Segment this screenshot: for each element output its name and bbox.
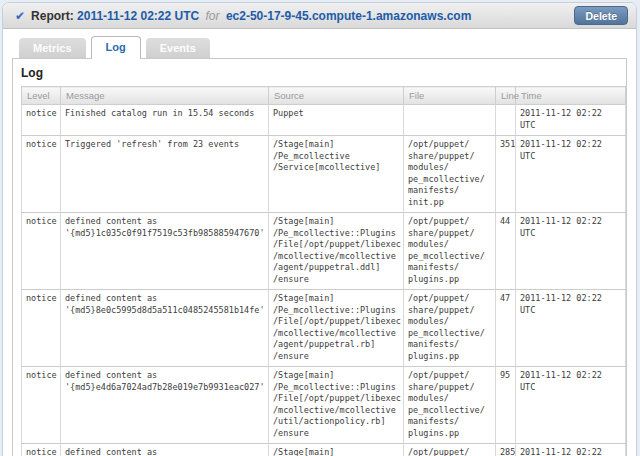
cell-level: notice [22,444,61,456]
tab-metrics[interactable]: Metrics [19,38,86,58]
cell-time: 2011-11-12 02:22 UTC [516,213,626,290]
cell-source: /Stage[main] /Pe_mcollective /Service[mc… [269,136,404,213]
cell-file: /opt/puppet/ share/puppet/ modules/ pe_m… [404,367,496,444]
column-header-time: Time [516,87,626,105]
cell-line: 351 [496,136,516,213]
cell-message: defined content as '{md5}e4d6a7024ad7b28… [61,367,269,444]
cell-message: Triggered 'refresh' from 23 events [61,136,269,213]
cell-time: 2011-11-12 02:22 UTC [516,444,626,456]
cell-line: 47 [496,290,516,367]
cell-message: defined content as '{md5}8e0c5995d8d5a51… [61,290,269,367]
cell-level: notice [22,136,61,213]
cell-source: /Stage[main] /Pe_mcollective::Plugins /F… [269,290,404,367]
checkmark-icon: ✔ [15,9,25,23]
cell-level: notice [22,213,61,290]
report-window: ✔ Report: 2011-11-12 02:22 UTC for ec2-5… [2,2,637,456]
column-header-level: Level [22,87,61,105]
cell-message: defined content as '{md5}1c035c0f91f7519… [61,213,269,290]
column-header-line: Line [496,87,516,105]
table-row: noticedefined content as '{md5}3ea89e644… [22,444,626,456]
cell-source: /Stage[main] /Pe_mcollective::Plugins /F… [269,367,404,444]
cell-file: /opt/puppet/ share/puppet/ modules/ pe_m… [404,136,496,213]
table-row: noticedefined content as '{md5}e4d6a7024… [22,367,626,444]
column-header-message: Message [61,87,269,105]
table-row: noticeTriggered 'refresh' from 23 events… [22,136,626,213]
report-time: 2011-11-12 02:22 UTC [77,9,199,23]
node-name: ec2-50-17-9-45.compute-1.amazonaws.com [226,9,471,23]
column-header-source: Source [269,87,404,105]
cell-file [404,105,496,136]
cell-time: 2011-11-12 02:22 UTC [516,290,626,367]
cell-time: 2011-11-12 02:22 UTC [516,136,626,213]
tab-bar: MetricsLogEvents [3,29,636,58]
cell-time: 2011-11-12 02:22 UTC [516,367,626,444]
cell-file: /opt/puppet/ share/puppet/ modules/ pe_m… [404,290,496,367]
cell-source: /Stage[main] /Pe_mcollective /File[mcoll… [269,444,404,456]
log-table: LevelMessageSourceFileLineTime noticeFin… [21,86,626,456]
tab-events[interactable]: Events [146,38,210,58]
column-header-file: File [404,87,496,105]
log-heading: Log [21,66,618,80]
table-row: noticedefined content as '{md5}1c035c0f9… [22,213,626,290]
cell-source: /Stage[main] /Pe_mcollective::Plugins /F… [269,213,404,290]
cell-message: defined content as '{md5}3ea89e64426e81a… [61,444,269,456]
delete-button[interactable]: Delete [574,6,628,25]
cell-level: notice [22,290,61,367]
log-table-body: noticeFinished catalog run in 15.54 seco… [22,105,626,456]
table-row: noticedefined content as '{md5}8e0c5995d… [22,290,626,367]
cell-level: notice [22,367,61,444]
cell-line: 95 [496,367,516,444]
tab-log[interactable]: Log [91,36,141,59]
cell-source: Puppet [269,105,404,136]
cell-line [496,105,516,136]
cell-time: 2011-11-12 02:22 UTC [516,105,626,136]
for-label: for [203,9,223,23]
cell-file: /opt/puppet/ share/puppet/ modules/ [404,444,496,456]
table-row: noticeFinished catalog run in 15.54 seco… [22,105,626,136]
report-title: Report: 2011-11-12 02:22 UTC for ec2-50-… [31,9,471,23]
cell-message: Finished catalog run in 15.54 seconds [61,105,269,136]
cell-level: notice [22,105,61,136]
cell-line: 285 [496,444,516,456]
report-label: Report: [31,9,74,23]
cell-file: /opt/puppet/ share/puppet/ modules/ pe_m… [404,213,496,290]
log-panel: Log LevelMessageSourceFileLineTime notic… [12,58,627,456]
cell-line: 44 [496,213,516,290]
report-header-bar: ✔ Report: 2011-11-12 02:22 UTC for ec2-5… [3,3,636,29]
table-header-row: LevelMessageSourceFileLineTime [22,87,626,105]
